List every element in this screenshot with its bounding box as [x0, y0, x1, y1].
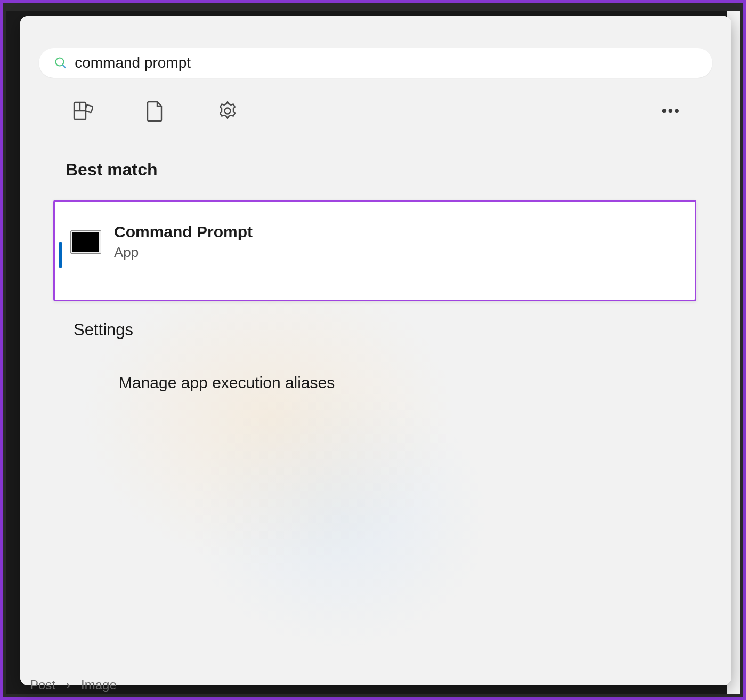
result-subtitle: App [114, 244, 253, 261]
search-icon [54, 56, 67, 70]
best-match-result[interactable]: Command Prompt App [53, 200, 696, 301]
svg-point-6 [225, 108, 231, 114]
svg-line-1 [63, 65, 66, 68]
breadcrumb-word: Image [81, 678, 117, 693]
more-options-icon[interactable]: ••• [662, 102, 680, 119]
result-title: Command Prompt [114, 223, 253, 241]
selection-indicator [59, 242, 62, 268]
settings-heading: Settings [74, 320, 731, 340]
result-info: Command Prompt App [114, 223, 253, 261]
filter-row: ••• [71, 99, 699, 123]
settings-result-item[interactable]: Manage app execution aliases [119, 374, 731, 392]
chevron-right-icon: › [66, 678, 70, 693]
breadcrumb-word: Post [30, 678, 55, 693]
svg-rect-5 [85, 105, 93, 113]
apps-filter-icon[interactable] [71, 99, 94, 123]
background-breadcrumb: Post › Image [30, 678, 117, 693]
search-box[interactable] [39, 48, 712, 78]
command-prompt-icon [70, 230, 101, 254]
settings-filter-icon[interactable] [216, 99, 239, 123]
documents-filter-icon[interactable] [143, 99, 167, 123]
window-outer-border: ••• Best match Command Prompt App Settin… [0, 0, 746, 700]
search-input[interactable] [75, 54, 698, 71]
start-search-panel: ••• Best match Command Prompt App Settin… [20, 16, 731, 685]
best-match-heading: Best match [66, 160, 731, 180]
